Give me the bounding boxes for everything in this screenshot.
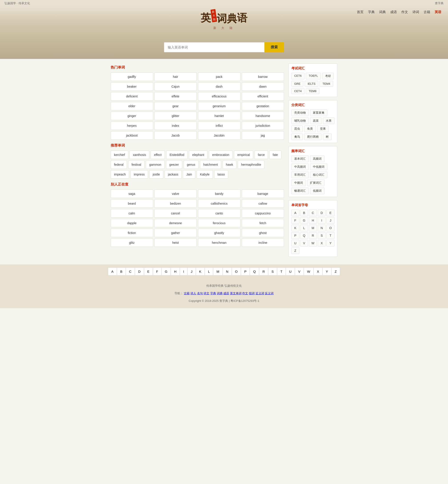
alphabet-btn[interactable]: K [196, 268, 205, 275]
frequency-tag[interactable]: 中低频词 [310, 164, 327, 170]
recentlookup-cell[interactable]: fetch [242, 219, 284, 227]
recommended-cell[interactable]: Kabyle [197, 170, 213, 179]
frequency-tag[interactable]: 低频词 [310, 188, 324, 194]
hotword-cell[interactable]: dash [198, 82, 240, 91]
recommended-cell[interactable]: federal [111, 160, 127, 169]
letter-btn-right[interactable]: F [291, 217, 299, 224]
category-tag[interactable]: 坚果 [317, 125, 329, 132]
category-tag[interactable]: 禽鸟 [291, 133, 303, 140]
recentlookup-cell[interactable]: callisthenics [198, 199, 240, 208]
recommended-cell[interactable]: gammon [146, 160, 164, 169]
letter-btn-right[interactable]: M [309, 225, 317, 231]
hotword-cell[interactable]: jackboot [111, 131, 153, 140]
recentlookup-cell[interactable]: glitz [111, 238, 153, 247]
letter-btn-right[interactable]: R [309, 232, 317, 239]
exam-tag[interactable]: CET6 [291, 73, 304, 79]
hotword-cell[interactable]: effete [154, 92, 197, 100]
letter-btn-right[interactable]: X [318, 240, 326, 246]
hotword-cell[interactable]: inflict [198, 122, 240, 130]
alphabet-btn[interactable]: T [277, 268, 286, 275]
nav-item-成语[interactable]: 成语 [390, 10, 397, 14]
letter-btn-right[interactable]: V [300, 240, 308, 246]
hotword-cell[interactable]: hamlet [198, 112, 240, 120]
frequency-tag[interactable]: 核心词汇 [310, 172, 327, 178]
recommended-cell[interactable]: jackass [165, 170, 182, 179]
footer-nav-link[interactable]: 英文单词 [230, 292, 241, 295]
alphabet-btn[interactable]: D [135, 268, 144, 275]
alphabet-btn[interactable]: L [205, 268, 213, 275]
exam-tag[interactable]: TOEFL [306, 73, 321, 79]
exam-tag[interactable]: TEM4 [320, 81, 333, 87]
hotword-cell[interactable]: gestation [242, 102, 284, 110]
hotword-cell[interactable]: deficient [111, 92, 153, 100]
exam-tag[interactable]: TEM8 [306, 88, 319, 94]
frequency-tag[interactable]: 畅通词汇 [291, 188, 309, 194]
category-tag[interactable]: 爬行两栖 [304, 133, 321, 140]
recentlookup-cell[interactable]: heist [154, 238, 197, 247]
search-button[interactable]: 搜索 [264, 42, 284, 52]
nav-item-作文[interactable]: 作文 [401, 10, 408, 14]
recentlookup-cell[interactable]: calm [111, 209, 153, 218]
recommended-cell[interactable]: lasso [214, 170, 228, 179]
alphabet-btn[interactable]: M [213, 268, 223, 275]
hotword-cell[interactable]: ginger [111, 112, 153, 120]
recommended-cell[interactable]: farce [255, 151, 268, 159]
recentlookup-cell[interactable]: dapple [111, 219, 153, 227]
footer-nav-link[interactable]: 名句 [197, 292, 203, 295]
recommended-cell[interactable]: effect [151, 151, 165, 159]
alphabet-btn[interactable]: Y [322, 268, 331, 275]
hotword-cell[interactable]: geranium [198, 102, 240, 110]
alphabet-btn[interactable]: B [117, 268, 126, 275]
recentlookup-cell[interactable]: valve [154, 189, 197, 198]
letter-btn-right[interactable]: I [318, 217, 326, 224]
category-tag[interactable]: 哺乳动物 [291, 117, 309, 124]
frequency-tag[interactable]: 常用词汇 [291, 172, 309, 178]
hotword-cell[interactable]: gadfly [111, 73, 153, 81]
nav-item-诗词[interactable]: 诗词 [412, 10, 419, 14]
recommended-cell[interactable]: Jain [183, 170, 195, 179]
recommended-cell[interactable]: genus [184, 160, 199, 169]
alphabet-btn[interactable]: C [126, 268, 135, 275]
letter-btn-right[interactable]: D [318, 210, 326, 216]
hotword-cell[interactable]: handsome [242, 112, 284, 120]
hotword-cell[interactable]: index [154, 122, 197, 130]
hotword-cell[interactable]: dawn [242, 82, 284, 91]
category-tag[interactable]: 水果 [323, 117, 335, 124]
recentlookup-cell[interactable]: fiction [111, 229, 153, 237]
recommended-cell[interactable]: empirical [234, 151, 253, 159]
category-tag[interactable]: 壳类动物 [291, 109, 309, 116]
footer-nav-link[interactable]: 组词 [249, 292, 255, 295]
hotword-cell[interactable]: Cajun [154, 82, 197, 91]
footer-nav-link[interactable]: 字典 [210, 292, 216, 295]
footer-nav-link[interactable]: 词典 [217, 292, 223, 295]
letter-btn-right[interactable]: P [291, 232, 299, 239]
hotword-cell[interactable]: Jacobin [198, 131, 240, 140]
hotword-cell[interactable]: gear [154, 102, 197, 110]
footer-nav-link[interactable]: 近义词 [256, 292, 264, 295]
recommended-cell[interactable]: kerchief [111, 151, 128, 159]
frequency-tag[interactable]: 扩展词汇 [307, 180, 324, 186]
hotword-cell[interactable]: efficacious [198, 92, 240, 100]
alphabet-btn[interactable]: H [171, 268, 180, 275]
recentlookup-cell[interactable]: incline [242, 238, 284, 247]
recommended-cell[interactable]: festival [128, 160, 145, 169]
alphabet-btn[interactable]: R [259, 268, 268, 275]
alphabet-btn[interactable]: Q [250, 268, 259, 275]
alphabet-btn[interactable]: S [268, 268, 277, 275]
recentlookup-cell[interactable]: bandy [198, 189, 240, 198]
letter-btn-right[interactable]: T [327, 232, 335, 239]
footer-nav-link[interactable]: 作文 [242, 292, 248, 295]
category-tag[interactable]: 鱼类 [304, 125, 316, 132]
nav-item-词典[interactable]: 词典 [379, 10, 386, 14]
recentlookup-cell[interactable]: canto [198, 209, 240, 218]
exam-tag[interactable]: 考研 [322, 73, 334, 79]
alphabet-btn[interactable]: I [180, 268, 187, 275]
letter-btn-right[interactable]: S [318, 232, 326, 239]
recommended-cell[interactable]: embrocation [209, 151, 233, 159]
letter-btn-right[interactable]: Q [300, 232, 308, 239]
hotword-cell[interactable]: efficient [242, 92, 284, 100]
hotword-cell[interactable]: Jacob [154, 131, 197, 140]
nav-item-字典[interactable]: 字典 [368, 10, 375, 14]
letter-btn-right[interactable]: Y [327, 240, 335, 246]
letter-btn-right[interactable]: J [327, 217, 335, 224]
